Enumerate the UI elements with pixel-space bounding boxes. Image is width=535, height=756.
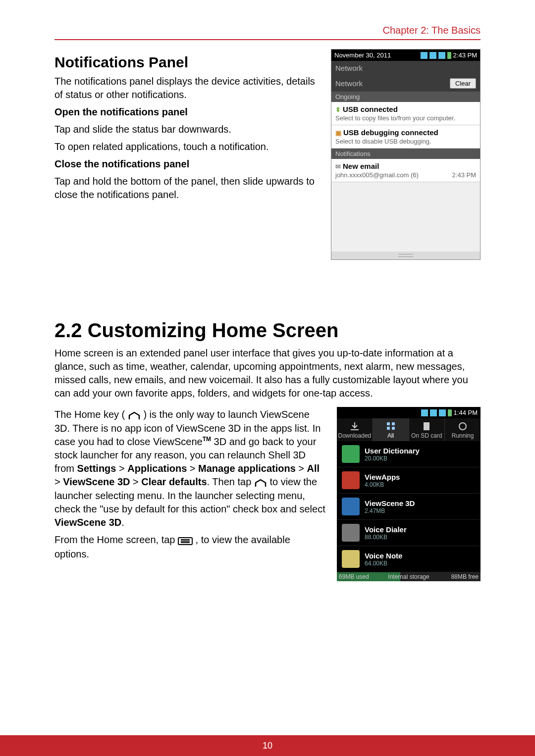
customizing-para-3: From the Home screen, tap , to view the … — [54, 533, 327, 560]
page-footer: 10 — [0, 735, 535, 756]
network-label-1: Network — [335, 64, 363, 72]
app-name: ViewScene 3D — [365, 499, 415, 507]
app-name: User Dictionary — [365, 447, 420, 455]
text-viewscene-3d: ViewScene 3D — [54, 517, 121, 528]
tab-label: On SD card — [411, 432, 442, 439]
sdcard-icon — [420, 421, 433, 431]
trademark: TM — [203, 436, 211, 443]
network-label-2: Network — [335, 79, 363, 88]
page-number: 10 — [263, 741, 272, 751]
storage-bar: Internal storage 69MB used 88MB free — [337, 572, 481, 581]
app-size: 88.00KB — [365, 534, 407, 541]
status-bar: November 30, 2011 2:43 PM — [331, 50, 480, 61]
app-row[interactable]: User Dictionary20.00KB — [337, 441, 481, 467]
download-icon — [348, 421, 362, 431]
storage-free: 88MB free — [451, 573, 479, 580]
path-settings: Settings — [77, 463, 116, 474]
app-row[interactable]: Voice Note64.00KB — [337, 546, 481, 572]
svg-rect-5 — [392, 422, 395, 425]
clear-button[interactable]: Clear — [450, 78, 476, 89]
grid-icon — [384, 421, 398, 431]
text: . Then tap — [207, 476, 254, 487]
status-date: November 30, 2011 — [334, 51, 391, 59]
path-sep: > — [296, 463, 307, 474]
battery-icon — [439, 409, 446, 416]
panel-empty-area — [331, 182, 480, 252]
panel-drag-handle[interactable] — [331, 252, 480, 259]
app-icon — [342, 498, 360, 515]
close-panel-heading: Close the notifications panel — [54, 157, 321, 171]
open-panel-heading: Open the notifications panel — [54, 105, 321, 119]
app-row[interactable]: Voice Dialer88.00KB — [337, 520, 481, 546]
home-key-icon — [254, 476, 267, 489]
tab-all[interactable]: All — [373, 418, 409, 441]
app-size: 64.00KB — [365, 560, 402, 567]
section-title-customizing: 2.2 Customizing Home Screen — [54, 319, 481, 342]
signal-icon — [421, 52, 428, 59]
open-panel-line1: Tap and slide the status bar downwards. — [54, 123, 321, 136]
tab-label: Downloaded — [338, 432, 372, 439]
notif-title: USB connected — [343, 105, 398, 113]
tab-on-sd-card[interactable]: On SD card — [409, 418, 445, 441]
path-manage-applications: Manage applications — [198, 463, 296, 474]
text: . — [121, 517, 124, 528]
open-panel-line2: To open related applications, touch a no… — [54, 140, 321, 153]
ongoing-label: Ongoing — [331, 92, 480, 102]
notifications-label: Notifications — [331, 149, 480, 159]
app-icon — [342, 445, 360, 463]
path-sep: > — [130, 476, 142, 487]
path-sep: > — [116, 463, 127, 474]
network-row-2: Network Clear — [331, 75, 480, 92]
path-viewscene-3d: ViewScene 3D — [63, 476, 130, 487]
storage-used: 69MB used — [339, 573, 369, 580]
wifi-icon — [429, 52, 436, 59]
status-bar: 1:44 PM — [337, 407, 481, 418]
notif-usb-connected[interactable]: ⬍USB connected Select to copy files to/f… — [331, 102, 480, 125]
screenshot-manage-applications: 1:44 PM Downloaded All — [337, 407, 481, 581]
usb-icon: ⬍ — [335, 106, 341, 113]
tab-label: All — [387, 432, 394, 439]
notif-time: 2:43 PM — [452, 171, 476, 179]
app-size: 4.00KB — [365, 481, 400, 488]
app-icon — [342, 524, 360, 542]
app-list[interactable]: User Dictionary20.00KBViewApps4.00KBView… — [337, 441, 481, 572]
running-icon — [456, 421, 470, 431]
close-panel-body: Tap and hold the bottom of the panel, th… — [54, 175, 321, 202]
svg-rect-8 — [424, 422, 429, 430]
tab-running[interactable]: Running — [445, 418, 481, 441]
customizing-intro: Home screen is an extended panel user in… — [54, 347, 481, 400]
app-size: 2.47MB — [365, 507, 415, 514]
status-time: 1:44 PM — [454, 409, 478, 416]
app-icon — [342, 471, 360, 489]
battery-level-icon — [448, 409, 452, 416]
notif-title: USB debugging connected — [343, 128, 438, 137]
svg-rect-4 — [387, 422, 390, 425]
notif-intro: The notifications panel displays the dev… — [54, 75, 321, 101]
app-tabs: Downloaded All On SD card — [337, 418, 481, 441]
tab-downloaded[interactable]: Downloaded — [337, 418, 373, 441]
app-name: ViewApps — [365, 473, 400, 481]
notif-title: New email — [343, 162, 379, 170]
signal-icon — [421, 409, 428, 416]
mail-icon: ✉ — [335, 163, 341, 170]
screenshot-notifications-panel: November 30, 2011 2:43 PM Network Networ… — [331, 49, 481, 260]
svg-point-9 — [459, 423, 466, 430]
notif-usb-debugging[interactable]: ▣USB debugging connected Select to disab… — [331, 125, 480, 149]
battery-level-icon — [447, 52, 451, 59]
tab-label: Running — [452, 432, 474, 439]
notif-subtitle: Select to disable USB debugging. — [335, 138, 431, 145]
home-key-icon — [128, 408, 141, 422]
path-applications: Applications — [127, 463, 187, 474]
path-all: All — [307, 463, 320, 474]
wifi-icon — [430, 409, 437, 416]
text: From the Home screen, tap — [54, 534, 178, 545]
app-name: Voice Dialer — [365, 525, 407, 534]
app-size: 20.00KB — [365, 455, 420, 462]
notif-subtitle: Select to copy files to/from your comput… — [335, 114, 455, 122]
path-clear-defaults: Clear defaults — [141, 476, 207, 487]
app-name: Voice Note — [365, 552, 402, 560]
notif-new-email[interactable]: ✉New email john.xxxx005@gmail.com (6) 2:… — [331, 159, 480, 182]
app-row[interactable]: ViewScene 3D2.47MB — [337, 494, 481, 520]
menu-key-icon — [178, 534, 193, 548]
app-row[interactable]: ViewApps4.00KB — [337, 467, 481, 494]
